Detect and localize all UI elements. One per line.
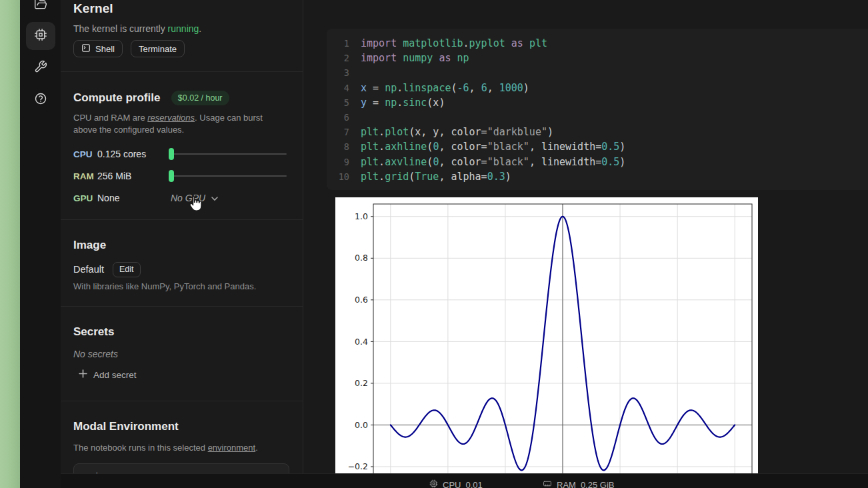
chevron-down-icon xyxy=(211,193,219,203)
code-token: sinc xyxy=(403,97,427,109)
code-content: import numpy as np xyxy=(361,51,469,65)
code-token: . xyxy=(379,171,385,183)
files-tab-button[interactable] xyxy=(26,0,55,19)
cpu-slider-handle[interactable] xyxy=(169,148,174,160)
cpu-usage-indicator: CPU 0.01 xyxy=(429,479,483,488)
price-badge: $0.02 / hour xyxy=(171,91,229,105)
memory-stick-icon xyxy=(543,479,552,488)
kernel-status: The kernel is currently running. xyxy=(73,23,289,34)
sidebar-icon-rail xyxy=(20,0,61,488)
code-token: plot xyxy=(385,126,409,138)
kernel-status-prefix: The kernel is currently xyxy=(73,23,168,34)
environment-desc-post: . xyxy=(255,443,258,453)
line-number: 8 xyxy=(333,139,349,154)
cpu-label: CPU xyxy=(73,149,97,159)
code-token: ) xyxy=(619,156,625,168)
edit-image-button-label: Edit xyxy=(119,265,134,274)
line-number: 3 xyxy=(333,65,349,80)
code-line[interactable]: 8plt.axhline(0, color="black", linewidth… xyxy=(333,139,868,154)
y-tick-label: 0.0 xyxy=(355,420,368,430)
code-token: -6 xyxy=(457,82,469,94)
cpu-chip-icon xyxy=(34,28,47,44)
code-line[interactable]: 4x = np.linspace(-6, 6, 1000) xyxy=(333,81,868,95)
shell-button[interactable]: Shell xyxy=(73,40,123,57)
ram-usage-indicator: RAM 0.25 GiB xyxy=(543,479,614,488)
code-content: plt.axhline(0, color="black", linewidth=… xyxy=(361,139,625,154)
code-line[interactable]: 5y = np.sinc(x) xyxy=(333,95,868,110)
environment-select[interactable]: main xyxy=(73,463,289,473)
code-line[interactable]: 1import matplotlib.pyplot as plt xyxy=(333,36,868,51)
help-tab-button[interactable] xyxy=(26,86,55,114)
gpu-dropdown[interactable]: No GPU xyxy=(169,193,287,203)
code-token: numpy xyxy=(403,52,433,64)
code-token: , linewidth= xyxy=(529,156,601,168)
code-token: plt xyxy=(529,37,547,49)
code-token: import xyxy=(361,52,403,64)
code-line[interactable]: 9plt.axvline(0, color="black", linewidth… xyxy=(333,155,868,169)
environment-title: Modal Environment xyxy=(73,419,179,434)
code-line[interactable]: 3 xyxy=(333,65,868,80)
line-number: 6 xyxy=(333,110,349,125)
add-secret-button[interactable]: Add secret xyxy=(73,369,289,380)
tools-tab-button[interactable] xyxy=(26,54,55,82)
code-content: y = np.sinc(x) xyxy=(361,95,445,110)
secrets-empty-state: No secrets xyxy=(73,349,289,359)
code-line[interactable]: 6 xyxy=(333,110,868,125)
code-token: linspace xyxy=(403,82,451,94)
code-editor[interactable]: 1import matplotlib.pyplot as plt2import … xyxy=(333,36,868,184)
kernel-settings-panel: Kernel The kernel is currently running. … xyxy=(61,0,303,473)
gpu-dropdown-label: No GPU xyxy=(171,193,205,203)
line-number: 7 xyxy=(333,125,349,139)
compute-description: CPU and RAM are reservations. Usage can … xyxy=(73,112,289,135)
code-token: plt xyxy=(361,126,379,138)
code-token: as xyxy=(505,37,529,49)
terminate-button-label: Terminate xyxy=(139,44,177,54)
cpu-row: CPU 0.125 cores xyxy=(73,146,289,162)
ram-slider-handle[interactable] xyxy=(169,170,174,182)
ram-slider[interactable] xyxy=(169,168,287,184)
code-token: (x, y, color= xyxy=(409,126,487,138)
code-cell[interactable]: 1import matplotlib.pyplot as plt2import … xyxy=(327,29,868,190)
code-token: matplotlib xyxy=(403,37,463,49)
code-token: as xyxy=(433,52,457,64)
compute-profile-section: Compute profile $0.02 / hour CPU and RAM… xyxy=(61,72,303,220)
code-content: import matplotlib.pyplot as plt xyxy=(361,36,547,51)
code-token: ) xyxy=(523,82,529,94)
code-token: "black" xyxy=(487,141,529,153)
environment-link[interactable]: environment xyxy=(208,443,256,453)
code-token: , alpha= xyxy=(439,171,487,183)
y-tick-label: 0.6 xyxy=(355,295,368,305)
edit-image-button[interactable]: Edit xyxy=(113,262,141,277)
cpu-chip-icon xyxy=(429,479,438,488)
kernel-settings-tab-button[interactable] xyxy=(26,22,55,50)
code-line[interactable]: 10plt.grid(True, alpha=0.3) xyxy=(333,169,868,184)
reservations-link[interactable]: reservations xyxy=(147,113,195,123)
code-token: . xyxy=(463,37,469,49)
code-token: import xyxy=(361,37,403,49)
terminate-button[interactable]: Terminate xyxy=(131,40,185,57)
code-token: "darkblue" xyxy=(487,126,547,138)
gpu-value: None xyxy=(97,193,169,203)
code-token: , color= xyxy=(439,156,487,168)
notebook-main-area: 1import matplotlib.pyplot as plt2import … xyxy=(303,0,868,473)
y-tick-label: 0.2 xyxy=(355,378,368,388)
code-token: ( xyxy=(409,171,415,183)
code-token: "black" xyxy=(487,156,529,168)
cpu-usage-value: 0.01 xyxy=(465,480,482,488)
code-token: ) xyxy=(505,171,511,183)
code-token: = xyxy=(367,97,385,109)
code-token: , color= xyxy=(439,141,487,153)
compute-desc-post2: above the configured values. xyxy=(73,125,184,135)
code-token: pyplot xyxy=(469,37,505,49)
cpu-usage-label: CPU xyxy=(443,480,461,488)
gpu-label: GPU xyxy=(73,193,97,203)
code-content: plt.grid(True, alpha=0.3) xyxy=(361,169,511,184)
gpu-row: GPU None No GPU xyxy=(73,190,289,206)
code-token: 0.3 xyxy=(487,171,505,183)
code-token: . xyxy=(397,97,403,109)
plot-background xyxy=(335,197,758,473)
code-token: ) xyxy=(619,141,625,153)
cpu-slider[interactable] xyxy=(169,146,287,162)
code-line[interactable]: 7plt.plot(x, y, color="darkblue") xyxy=(333,125,868,139)
code-line[interactable]: 2import numpy as np xyxy=(333,51,868,65)
